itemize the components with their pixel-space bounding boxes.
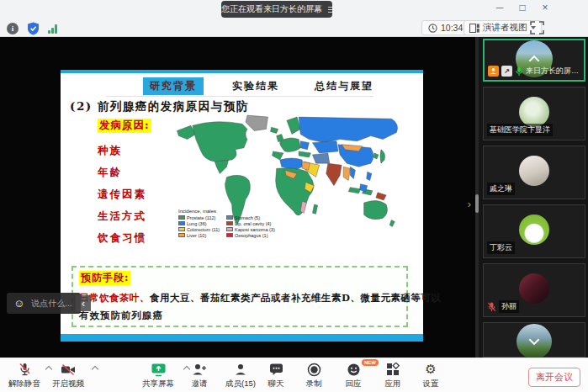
map-australia — [364, 200, 388, 219]
avatar — [519, 215, 549, 245]
participant-tile[interactable]: 孙丽 — [483, 263, 585, 317]
chat-label: 聊天 — [261, 379, 291, 389]
slide-nav-tabs: 研究背景 实验结果 总结与展望 — [143, 77, 380, 95]
map-greenland — [246, 115, 268, 130]
video-options-chevron[interactable] — [92, 366, 98, 373]
members-button[interactable]: 成员(15) — [220, 362, 261, 390]
presentation-slide: 研究背景 实验结果 总结与展望 (2) 前列腺癌的发病原因与预防 发病原因: 种… — [61, 70, 423, 342]
reaction-smiley-icon — [347, 363, 361, 377]
reactions-label: 回应 — [336, 379, 370, 389]
legend-label: Prostate (112) — [187, 215, 215, 220]
screen-share-badge-icon: ↗ — [501, 66, 512, 77]
layout-icon — [469, 24, 479, 33]
host-badge-icon — [488, 66, 499, 77]
avatar — [516, 324, 552, 358]
members-label: 成员(15) — [220, 379, 261, 389]
tab-summary-outlook[interactable]: 总结与展望 — [308, 77, 380, 95]
participant-name: 戚之琳 — [487, 183, 515, 195]
camera-off-icon — [61, 363, 77, 376]
apps-button[interactable]: 应用 — [376, 362, 410, 390]
chevron-down-icon[interactable] — [531, 336, 538, 347]
prevention-box: 预防手段: 日常饮食茶叶、食用大豆、番茄红素类产品或者补充维生素D、微量元素硒等… — [72, 266, 408, 327]
tab-underline — [106, 96, 373, 97]
mic-on-icon — [515, 66, 523, 77]
unmute-label: 解除静音 — [3, 379, 45, 389]
clock-icon — [428, 24, 437, 33]
cause-item: 年龄 — [98, 166, 122, 180]
gear-icon: ⚙ — [425, 363, 436, 376]
emoji-icon[interactable]: ☺ — [13, 298, 24, 309]
cause-item: 饮食习惯 — [98, 231, 146, 246]
avatar — [519, 97, 549, 127]
mic-off-icon — [18, 363, 32, 377]
maximize-button[interactable]: □ — [516, 2, 528, 13]
record-button[interactable]: 录制 — [297, 362, 331, 390]
tab-research-background[interactable]: 研究背景 — [143, 77, 204, 95]
cause-item: 遗传因素 — [98, 188, 146, 202]
record-label: 录制 — [297, 379, 331, 389]
chevron-left-icon: ‹ — [82, 299, 85, 309]
cause-item: 种族 — [98, 144, 122, 158]
participant-tile[interactable]: 基础医学院卞显洋 — [483, 87, 585, 140]
mic-muted-icon — [487, 302, 496, 312]
participant-tile[interactable]: 丁彩云 — [483, 204, 585, 258]
prevention-line2: 有效预防前列腺癌 — [79, 310, 163, 322]
share-screen-button[interactable]: 共享屏幕 — [136, 362, 180, 390]
start-video-label: 开启视频 — [47, 379, 89, 389]
legend-chip — [178, 233, 185, 237]
legend-label: Liver (10) — [187, 233, 206, 238]
chat-button[interactable]: 聊天 — [261, 362, 291, 390]
legend-chip — [226, 227, 233, 231]
invite-icon — [192, 363, 207, 376]
watching-banner[interactable]: 您正在观看来日方长的屏幕 — [221, 1, 332, 18]
tab-experiment-results[interactable]: 实验结果 — [225, 77, 286, 95]
slide-body: 研究背景 实验结果 总结与展望 (2) 前列腺癌的发病原因与预防 发病原因: 种… — [61, 73, 423, 334]
shared-screen-stage: 研究背景 实验结果 总结与展望 (2) 前列腺癌的发病原因与预防 发病原因: 种… — [0, 37, 478, 358]
participant-tile[interactable]: 戚之琳 — [483, 146, 585, 199]
minimize-button[interactable]: ─ — [494, 2, 506, 13]
close-button[interactable]: × — [539, 2, 551, 13]
record-icon — [307, 363, 321, 377]
map-north-america — [193, 122, 247, 162]
legend-label: Lip, oral cavity (4) — [235, 221, 271, 226]
apps-icon — [386, 363, 400, 376]
legend-label: Kaposi sarcoma (3) — [235, 227, 275, 232]
previous-slide-button[interactable]: ‹ — [76, 295, 91, 311]
avatar — [519, 273, 549, 304]
legend-chip — [226, 215, 233, 220]
chevron-up-icon[interactable] — [531, 53, 538, 64]
legend-chip — [178, 227, 185, 231]
quick-chat-input[interactable]: ☺ 说点什么... — [7, 293, 81, 314]
participant-tile-sharer[interactable]: ↗ 来日方长的屏幕... — [483, 39, 585, 82]
window-controls: ─ □ × — [494, 2, 551, 13]
legend-chip — [226, 233, 233, 237]
unmute-button[interactable]: 解除静音 — [3, 362, 45, 390]
participant-tile-partial[interactable] — [483, 322, 585, 358]
invite-button[interactable]: 邀请 — [183, 362, 215, 390]
cause-item: 生活方式 — [98, 209, 146, 224]
list-icon[interactable] — [328, 7, 332, 13]
fullscreen-icon[interactable] — [530, 21, 544, 34]
participant-name: 孙丽 — [499, 300, 519, 313]
prevention-rest-text: 食用大豆、番茄红素类产品或者补充维生素D、微量元素硒等可以 — [150, 292, 441, 304]
start-video-button[interactable]: 开启视频 — [47, 362, 89, 390]
time-text: 10:34 — [441, 23, 463, 33]
map-europe — [280, 138, 300, 151]
causes-heading: 发病原因: — [98, 119, 151, 133]
next-slide-button[interactable]: › — [464, 194, 475, 213]
map-russia — [299, 117, 397, 143]
leave-meeting-button[interactable]: 离开会议 — [528, 368, 580, 387]
participant-name: 丁彩云 — [487, 241, 515, 254]
share-screen-icon — [151, 363, 167, 377]
settings-label: 设置 — [414, 379, 448, 389]
legend-label: Stomach (5) — [235, 215, 260, 220]
participant-name: 来日方长的屏幕... — [526, 66, 581, 77]
members-icon — [234, 363, 247, 376]
share-screen-label: 共享屏幕 — [136, 379, 180, 389]
reactions-button[interactable]: NEW 回应 — [336, 362, 370, 390]
meeting-time: 10:34 — [421, 20, 469, 35]
slide-bottom-accent — [61, 334, 423, 342]
legend-chip — [178, 221, 185, 225]
legend-label: Oesophagus (1) — [235, 233, 268, 238]
settings-button[interactable]: ⚙ 设置 — [414, 362, 448, 390]
